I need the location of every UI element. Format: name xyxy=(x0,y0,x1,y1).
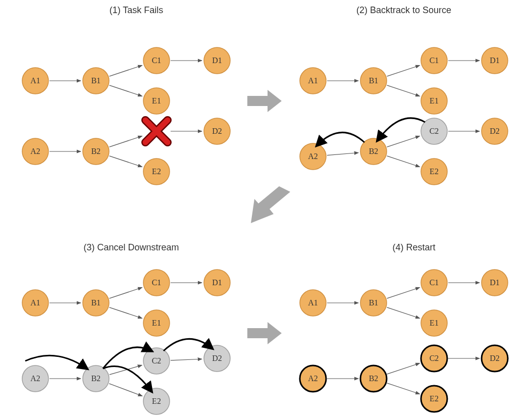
svg-text:B2: B2 xyxy=(369,147,379,155)
svg-text:B2: B2 xyxy=(91,374,101,383)
svg-text:D2: D2 xyxy=(490,127,500,135)
node-C2: C2 xyxy=(421,345,447,372)
node-D1: D1 xyxy=(204,270,230,296)
svg-text:A1: A1 xyxy=(308,76,318,85)
node-E2: E2 xyxy=(143,159,170,185)
node-A1: A1 xyxy=(22,68,48,94)
panel-1-task-fails: A1B1C1D1E1A2B2D2E2 xyxy=(22,47,230,185)
node-E2: E2 xyxy=(421,159,447,185)
panel3-title: (3) Cancel Downstream xyxy=(56,242,207,253)
panel-4-restart: A1B1C1D1E1A2B2C2D2E2 xyxy=(300,270,508,412)
node-D1: D1 xyxy=(482,270,508,296)
svg-text:A2: A2 xyxy=(30,147,40,155)
svg-text:E2: E2 xyxy=(152,167,161,176)
svg-text:D2: D2 xyxy=(212,354,222,362)
node-C1: C1 xyxy=(143,270,170,296)
node-B1: B1 xyxy=(360,290,387,316)
svg-text:D1: D1 xyxy=(490,278,500,287)
node-B1: B1 xyxy=(83,290,109,316)
edge-B1-E1 xyxy=(110,85,142,96)
node-E2: E2 xyxy=(143,388,170,414)
svg-text:B2: B2 xyxy=(91,147,101,155)
svg-text:D1: D1 xyxy=(490,56,500,65)
svg-text:C1: C1 xyxy=(152,278,162,287)
node-D2: D2 xyxy=(204,118,230,144)
svg-text:B1: B1 xyxy=(369,298,379,307)
svg-text:C1: C1 xyxy=(152,56,162,65)
node-D2: D2 xyxy=(482,118,508,144)
edge-A2-B2 xyxy=(327,152,358,155)
svg-text:E1: E1 xyxy=(430,96,439,105)
node-A2: A2 xyxy=(22,138,48,165)
node-B2: B2 xyxy=(83,365,109,392)
node-D2: D2 xyxy=(204,345,230,372)
node-C1: C1 xyxy=(421,47,447,74)
svg-text:A1: A1 xyxy=(308,298,318,307)
svg-text:B1: B1 xyxy=(91,76,101,85)
node-E1: E1 xyxy=(421,88,447,114)
node-D2: D2 xyxy=(482,345,508,372)
flow-arrow-1-to-2 xyxy=(247,90,282,112)
node-A1: A1 xyxy=(22,290,48,316)
node-B1: B1 xyxy=(83,68,109,94)
node-A2: A2 xyxy=(300,365,326,392)
node-C2: C2 xyxy=(143,348,170,374)
edge-B1-C1 xyxy=(110,65,142,76)
node-A1: A1 xyxy=(300,290,326,316)
edge-B1-E1 xyxy=(387,85,420,96)
backtrack-arrow-1 xyxy=(317,132,364,145)
node-E1: E1 xyxy=(421,310,447,336)
svg-text:A2: A2 xyxy=(308,152,318,161)
svg-text:E2: E2 xyxy=(430,167,439,176)
node-C1: C1 xyxy=(421,270,447,296)
svg-text:C2: C2 xyxy=(152,356,162,365)
node-B2: B2 xyxy=(83,138,109,165)
node-E1: E1 xyxy=(143,310,170,336)
edge-B2-C2 xyxy=(387,363,420,374)
edge-B1-C1 xyxy=(387,287,420,298)
node-A2: A2 xyxy=(22,365,48,392)
node-D1: D1 xyxy=(204,47,230,74)
diagram-canvas: A1B1C1D1E1A2B2D2E2 A1B1C1D1E1A2B2C2D2E2 … xyxy=(0,0,528,420)
edge-B2-E2 xyxy=(387,156,420,167)
svg-text:D1: D1 xyxy=(212,278,222,287)
svg-text:B2: B2 xyxy=(369,374,379,383)
svg-text:C1: C1 xyxy=(430,278,439,287)
svg-text:E1: E1 xyxy=(152,319,161,327)
svg-text:E1: E1 xyxy=(152,96,161,105)
edge-B1-C1 xyxy=(110,287,142,298)
edge-B2-E2 xyxy=(110,156,142,167)
edge-B2-FAIL xyxy=(110,136,142,147)
svg-text:E1: E1 xyxy=(430,319,439,327)
backtrack-arrow-0 xyxy=(378,118,425,140)
flow-arrow-2-to-3 xyxy=(251,186,290,223)
svg-text:D2: D2 xyxy=(490,354,500,362)
svg-text:E2: E2 xyxy=(152,397,161,405)
panel2-title: (2) Backtrack to Source xyxy=(328,5,480,16)
svg-text:E2: E2 xyxy=(430,394,439,403)
edge-B2-E2 xyxy=(109,384,142,396)
edge-B2-E2 xyxy=(387,383,420,394)
svg-text:D1: D1 xyxy=(212,56,222,65)
node-B2: B2 xyxy=(360,365,387,392)
panel-2-backtrack: A1B1C1D1E1A2B2C2D2E2 xyxy=(300,47,508,185)
svg-text:B1: B1 xyxy=(369,76,379,85)
node-A1: A1 xyxy=(300,68,326,94)
flow-arrow-3-to-4 xyxy=(247,322,282,344)
panel4-title: (4) Restart xyxy=(338,242,490,253)
cancel-arrow-2 xyxy=(164,339,212,351)
edge-B2-C2 xyxy=(387,136,420,147)
svg-text:C1: C1 xyxy=(430,56,439,65)
node-C1: C1 xyxy=(143,47,170,74)
svg-text:D2: D2 xyxy=(212,127,222,135)
edge-C2-D2 xyxy=(171,359,202,360)
node-D1: D1 xyxy=(482,47,508,74)
fail-x-icon xyxy=(145,120,168,142)
node-E2: E2 xyxy=(421,386,447,412)
edge-B1-C1 xyxy=(387,65,420,76)
svg-text:A2: A2 xyxy=(30,374,40,383)
edge-B1-E1 xyxy=(110,307,142,319)
node-B1: B1 xyxy=(360,68,387,94)
panel1-title: (1) Task Fails xyxy=(61,5,212,16)
cancel-arrow-3 xyxy=(103,366,151,391)
